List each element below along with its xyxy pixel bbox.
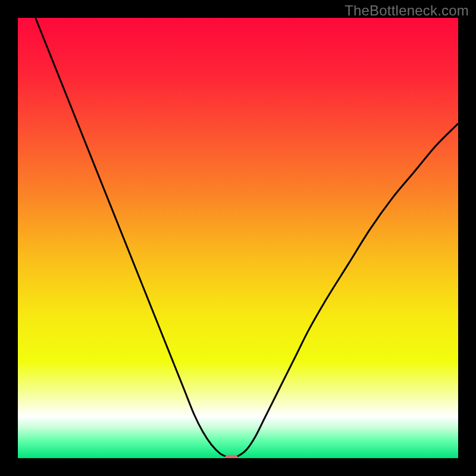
chart-frame: TheBottleneck.com xyxy=(0,0,476,476)
plot-background xyxy=(18,18,458,458)
current-point-marker xyxy=(225,455,238,459)
bottleneck-plot xyxy=(18,18,458,458)
watermark-label: TheBottleneck.com xyxy=(345,2,469,19)
